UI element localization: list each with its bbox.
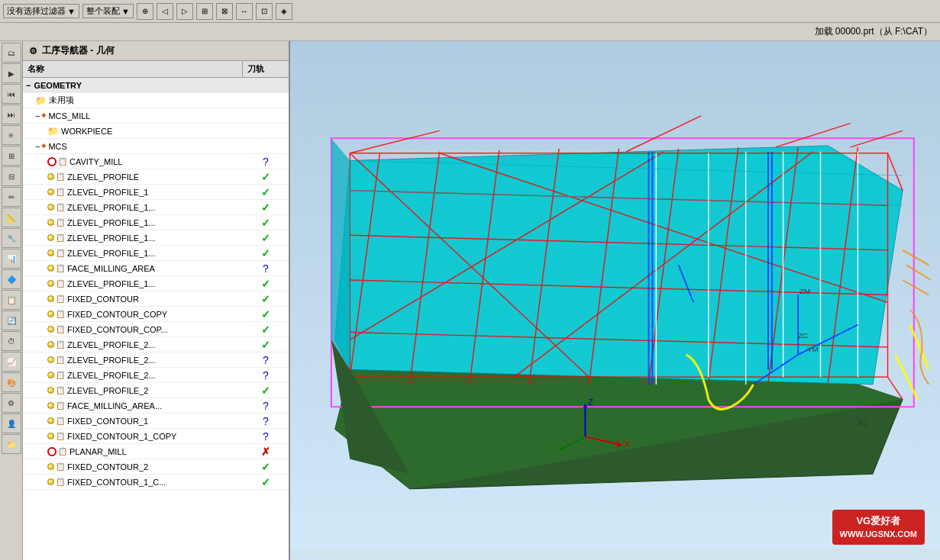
tree-icon-fixed_contour_2: 📋 xyxy=(47,462,65,471)
tree-item-cavity_mill[interactable]: 📋CAVITY_MILL? xyxy=(23,154,289,169)
tree-item-zlevel_profile[interactable]: 📋ZLEVEL_PROFILE✓ xyxy=(23,169,289,185)
geometry-label: GEOMETRY xyxy=(34,81,82,90)
tree-item-zlevel_profile_1a[interactable]: 📋ZLEVEL_PROFILE_1...✓ xyxy=(23,200,289,215)
tree-item-zlevel_profile_2a[interactable]: 📋ZLEVEL_PROFILE_2...? xyxy=(23,352,289,368)
toolbar-btn-5[interactable]: ⊠ xyxy=(216,3,233,20)
toolbar-btn-8[interactable]: ◈ xyxy=(276,3,292,20)
tree-status-fixed_contour_1copy: ? xyxy=(243,430,289,443)
iconbar-btn-7[interactable]: ⊟ xyxy=(2,166,21,186)
toolbar-btn-4[interactable]: ⊞ xyxy=(196,3,213,20)
tree-item-workpiece[interactable]: 📁WORKPIECE xyxy=(23,124,289,139)
iconbar-btn-19[interactable]: 👤 xyxy=(2,414,21,433)
tree-status-zlevel_profile_1b: ✓ xyxy=(243,217,289,229)
tree-item-mcs[interactable]: −⌖MCS xyxy=(23,139,289,154)
tree-item-fixed_contour_1copy[interactable]: 📋FIXED_CONTOUR_1_COPY? xyxy=(23,429,289,444)
tree-item-zlevel_profile_1e[interactable]: 📋ZLEVEL_PROFILE_1...✓ xyxy=(23,276,289,291)
tree-item-fixed_contour[interactable]: 📋FIXED_CONTOUR✓ xyxy=(23,291,289,307)
iconbar-btn-1[interactable]: 🗂 xyxy=(2,43,21,63)
tree-item-zlevel_profile_1c[interactable]: 📋ZLEVEL_PROFILE_1...✓ xyxy=(23,230,289,246)
assembly-dropdown[interactable]: 整个装配 ▼ xyxy=(82,4,134,18)
iconbar-btn-6[interactable]: ⊞ xyxy=(2,146,21,166)
iconbar-btn-8[interactable]: ✏ xyxy=(2,187,21,207)
main-layout: 🗂 ▶ ⏮ ⏭ ≡ ⊞ ⊟ ✏ 📐 🔧 📊 🔷 📋 🔄 ⏱ 📈 🎨 ⚙ 👤 📁 … xyxy=(0,41,940,560)
navigator-title: ⚙ 工序导航器 - 几何 xyxy=(23,41,289,61)
check-icon: ✓ xyxy=(261,171,270,183)
iconbar-btn-14[interactable]: 🔄 xyxy=(2,311,21,330)
viewport[interactable]: Z X Y ZM ZC YM XC xyxy=(290,41,940,560)
toolbar-btn-7[interactable]: ⊡ xyxy=(256,3,273,20)
cross-icon: ✗ xyxy=(261,446,270,458)
tree-item-fixed_contour_2[interactable]: 📋FIXED_CONTOUR_2✓ xyxy=(23,459,289,475)
tree-icon-face_milling_area2: 📋 xyxy=(47,401,65,410)
tree-item-face_milling_area2[interactable]: 📋FACE_MILLING_AREA...? xyxy=(23,398,289,414)
tree-status-fixed_contour: ✓ xyxy=(243,293,289,305)
tree-status-zlevel_profile_2: ✓ xyxy=(243,339,289,351)
toolbar-btn-2[interactable]: ◁ xyxy=(157,3,173,20)
tree-item-fixed_contour_1c[interactable]: 📋FIXED_CONTOUR_1_C...✓ xyxy=(23,475,289,490)
iconbar-btn-18[interactable]: ⚙ xyxy=(2,393,21,413)
iconbar-btn-3[interactable]: ⏮ xyxy=(2,84,21,104)
svg-marker-66 xyxy=(331,138,350,369)
question-icon: ? xyxy=(263,156,269,168)
tree-label-fixed_contour_copy: FIXED_CONTOUR_COPY xyxy=(67,310,243,319)
toolbar-btn-1[interactable]: ⊕ xyxy=(137,3,153,20)
geometry-group[interactable]: − GEOMETRY xyxy=(23,78,289,93)
svg-text:Z: Z xyxy=(588,397,593,407)
tree-status-zlevel_profile: ✓ xyxy=(243,171,289,183)
tree-item-zlevel_profile_1d[interactable]: 📋ZLEVEL_PROFILE_1...✓ xyxy=(23,246,289,261)
toolbar-btn-6[interactable]: ↔ xyxy=(236,3,253,20)
tree-item-face_milling_area[interactable]: 📋FACE_MILLING_AREA? xyxy=(23,261,289,276)
check-icon: ✓ xyxy=(261,247,270,259)
tree-item-unused[interactable]: 📁未用项 xyxy=(23,93,289,108)
watermark: VG爱好者 WWW.UGSNX.COM xyxy=(832,510,925,545)
top-toolbar: 没有选择过滤器 ▼ 整个装配 ▼ ⊕ ◁ ▷ ⊞ ⊠ ↔ ⊡ ◈ xyxy=(0,0,940,23)
col-name: 名称 xyxy=(23,61,243,77)
tree-item-zlevel_profile_1[interactable]: 📋ZLEVEL_PROFILE_1✓ xyxy=(23,185,289,200)
iconbar-btn-11[interactable]: 📊 xyxy=(2,249,21,269)
filter-dropdown[interactable]: 没有选择过滤器 ▼ xyxy=(3,4,79,18)
iconbar-btn-13[interactable]: 📋 xyxy=(2,290,21,310)
iconbar-btn-2[interactable]: ▶ xyxy=(2,63,21,83)
header-bar: 加载 00000.prt（从 F:\CAT） xyxy=(0,23,940,41)
tree-icon-zlevel_profile_2c: 📋 xyxy=(47,386,65,394)
tree-icon-fixed_contour: 📋 xyxy=(47,294,65,303)
tree-icon-zlevel_profile_1: 📋 xyxy=(47,188,65,196)
navigator-tree[interactable]: − GEOMETRY 📁未用项−⌖MCS_MILL📁WORKPIECE−⌖MCS… xyxy=(23,78,289,560)
tree-item-zlevel_profile_2[interactable]: 📋ZLEVEL_PROFILE_2...✓ xyxy=(23,337,289,352)
question-icon: ? xyxy=(263,400,269,412)
svg-text:Y: Y xyxy=(549,444,554,453)
iconbar-btn-5[interactable]: ≡ xyxy=(2,125,21,145)
iconbar-btn-16[interactable]: 📈 xyxy=(2,352,21,372)
tree-label-unused: 未用项 xyxy=(49,95,243,106)
check-icon: ✓ xyxy=(261,476,270,488)
toolbar-btn-3[interactable]: ▷ xyxy=(176,3,193,20)
tree-item-fixed_contour_1[interactable]: 📋FIXED_CONTOUR_1? xyxy=(23,414,289,429)
check-icon: ✓ xyxy=(261,323,270,336)
iconbar-btn-12[interactable]: 🔷 xyxy=(2,269,21,289)
left-iconbar: 🗂 ▶ ⏮ ⏭ ≡ ⊞ ⊟ ✏ 📐 🔧 📊 🔷 📋 🔄 ⏱ 📈 🎨 ⚙ 👤 📁 xyxy=(0,41,23,560)
tree-status-zlevel_profile_1: ✓ xyxy=(243,186,289,198)
iconbar-btn-9[interactable]: 📐 xyxy=(2,208,21,227)
tree-item-zlevel_profile_2b[interactable]: 📋ZLEVEL_PROFILE_2...? xyxy=(23,368,289,383)
tree-item-zlevel_profile_1b[interactable]: 📋ZLEVEL_PROFILE_1...✓ xyxy=(23,215,289,230)
tree-label-zlevel_profile_1c: ZLEVEL_PROFILE_1... xyxy=(67,233,243,243)
check-icon: ✓ xyxy=(261,308,270,320)
question-icon: ? xyxy=(263,415,269,427)
tree-icon-zlevel_profile_2b: 📋 xyxy=(47,371,65,379)
tree-item-fixed_contour_cop[interactable]: 📋FIXED_CONTOUR_COP...✓ xyxy=(23,322,289,337)
iconbar-btn-10[interactable]: 🔧 xyxy=(2,228,21,248)
tree-item-mcs_mill[interactable]: −⌖MCS_MILL xyxy=(23,108,289,124)
tree-label-fixed_contour_2: FIXED_CONTOUR_2 xyxy=(67,462,243,471)
iconbar-btn-4[interactable]: ⏭ xyxy=(2,105,21,124)
tree-label-zlevel_profile_1a: ZLEVEL_PROFILE_1... xyxy=(67,203,243,212)
iconbar-btn-20[interactable]: 📁 xyxy=(2,434,21,454)
watermark-line2: WWW.UGSNX.COM xyxy=(840,529,917,540)
assembly-arrow: ▼ xyxy=(121,7,130,16)
iconbar-btn-17[interactable]: 🎨 xyxy=(2,372,21,392)
tree-item-zlevel_profile_2c[interactable]: 📋ZLEVEL_PROFILE_2✓ xyxy=(23,383,289,398)
tree-icon-fixed_contour_1c: 📋 xyxy=(47,478,65,486)
tree-label-zlevel_profile_1d: ZLEVEL_PROFILE_1... xyxy=(67,249,243,258)
iconbar-btn-15[interactable]: ⏱ xyxy=(2,331,21,351)
tree-item-planar_mill[interactable]: 📋PLANAR_MILL✗ xyxy=(23,444,289,459)
tree-item-fixed_contour_copy[interactable]: 📋FIXED_CONTOUR_COPY✓ xyxy=(23,307,289,322)
